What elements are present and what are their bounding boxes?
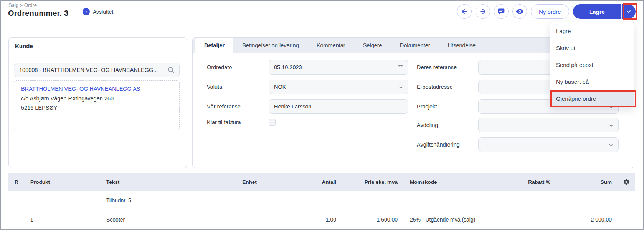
save-dropdown-menu: Lagre Skriv ut Send på epost Ny basert p… bbox=[550, 22, 634, 107]
currency-label: Valuta bbox=[207, 80, 222, 94]
cell-momskode: 25% - Utgående mva (salg) bbox=[398, 217, 518, 223]
arrow-left-icon bbox=[461, 8, 468, 15]
table-row[interactable]: Tilbudnr. 5 bbox=[8, 191, 635, 210]
customer-panel-title: Kunde bbox=[15, 43, 33, 49]
tab-kommentar[interactable]: Kommentar bbox=[308, 38, 354, 53]
customer-panel: Kunde 100008 - BRATTHOLMEN VEG- OG HAVNE… bbox=[8, 37, 187, 168]
column-header-rabatt[interactable]: Rabatt % bbox=[518, 179, 550, 185]
project-label: Prosjekt bbox=[417, 99, 437, 114]
our-reference-value: Henke Larsson bbox=[274, 103, 312, 110]
cell-produkt[interactable]: 1 bbox=[30, 217, 106, 223]
comments-button[interactable] bbox=[494, 4, 509, 19]
toolbar: Ny ordre Lagre bbox=[457, 4, 636, 19]
customer-search-input[interactable]: 100008 - BRATTHOLMEN VEG- OG HAVNEANLEGG… bbox=[14, 63, 180, 77]
save-button[interactable]: Lagre bbox=[573, 8, 621, 15]
cell-sum: 2 000,00 bbox=[550, 217, 612, 223]
ready-to-invoice-label: Klar til faktura bbox=[207, 115, 241, 130]
column-header-r[interactable]: R bbox=[8, 179, 30, 185]
our-reference-field[interactable]: Henke Larsson bbox=[269, 99, 408, 114]
department-label: Avdeling bbox=[417, 118, 438, 132]
department-select[interactable] bbox=[478, 118, 619, 132]
search-icon bbox=[167, 66, 175, 74]
tab-dokumenter[interactable]: Dokumenter bbox=[391, 38, 439, 53]
tab-betingelser-og-levering[interactable]: Betingelser og levering bbox=[233, 38, 308, 53]
menu-item-gjenapne-ordre[interactable]: Gjenåpne ordre bbox=[550, 90, 634, 107]
page-title: Ordrenummer. 3 bbox=[8, 9, 68, 18]
cell-tekst: Scooter bbox=[106, 217, 223, 223]
currency-value: NOK bbox=[274, 84, 286, 90]
order-date-value: 05.10.2023 bbox=[274, 64, 302, 70]
currency-select[interactable]: NOK bbox=[269, 80, 408, 94]
chat-bubble-icon bbox=[497, 8, 505, 15]
gear-icon bbox=[623, 178, 630, 185]
arrow-right-icon bbox=[479, 8, 487, 15]
customer-name-link[interactable]: BRATTHOLMEN VEG- OG HAVNEANLEGG AS bbox=[21, 86, 172, 92]
customer-address-line1: c/o Asbjørn Vågen Røtingavegen 260 bbox=[21, 95, 172, 102]
status-label: Avsluttet bbox=[93, 9, 113, 15]
column-header-pris[interactable]: Pris eks. mva bbox=[336, 179, 398, 185]
new-order-label: Ny ordre bbox=[539, 8, 561, 15]
info-icon: i bbox=[83, 8, 90, 15]
order-page: Salg > Ordre Ordrenummer. 3 i Avsluttet bbox=[0, 0, 644, 230]
column-header-produkt[interactable]: Produkt bbox=[30, 179, 106, 185]
menu-item-skriv-ut[interactable]: Skriv ut bbox=[550, 39, 634, 56]
cell-tekst: Tilbudnr. 5 bbox=[106, 197, 223, 203]
column-header-tekst[interactable]: Tekst bbox=[106, 179, 223, 185]
cell-antall: 1,00 bbox=[276, 217, 336, 223]
table-header-row: R Produkt Tekst Enhet Antall Pris eks. m… bbox=[8, 173, 635, 191]
vat-handling-label: Avgiftshåndtering bbox=[417, 137, 460, 152]
breadcrumb[interactable]: Salg > Ordre bbox=[8, 2, 37, 8]
column-header-enhet[interactable]: Enhet bbox=[223, 179, 276, 185]
eye-icon bbox=[515, 7, 524, 16]
calendar-icon[interactable] bbox=[397, 64, 404, 71]
table-settings-button[interactable] bbox=[623, 178, 630, 185]
column-header-momskode[interactable]: Momskode bbox=[398, 179, 518, 185]
chevron-down-icon bbox=[608, 142, 614, 148]
column-header-sum[interactable]: Sum bbox=[550, 179, 612, 185]
customer-address-card: BRATTHOLMEN VEG- OG HAVNEANLEGG AS c/o A… bbox=[14, 80, 180, 130]
save-split-button[interactable]: Lagre bbox=[573, 4, 636, 19]
their-reference-label: Deres referanse bbox=[417, 60, 457, 75]
order-lines-table: R Produkt Tekst Enhet Antall Pris eks. m… bbox=[8, 173, 635, 229]
status-badge: i Avsluttet bbox=[83, 8, 113, 15]
menu-item-label: Gjenåpne ordre bbox=[556, 95, 596, 102]
menu-item-send-pa-epost[interactable]: Send på epost bbox=[550, 56, 634, 73]
order-date-field[interactable]: 05.10.2023 bbox=[269, 60, 408, 75]
customer-search-value: 100008 - BRATTHOLMEN VEG- OG HAVNEANLEGG… bbox=[19, 67, 158, 73]
column-header-antall[interactable]: Antall bbox=[276, 179, 336, 185]
vat-handling-select[interactable] bbox=[478, 137, 619, 152]
previous-order-button[interactable] bbox=[457, 4, 472, 19]
table-row[interactable]: 1 Scooter 1,00 1 600,00 25% - Utgående m… bbox=[8, 210, 635, 229]
menu-item-lagre[interactable]: Lagre bbox=[550, 22, 634, 39]
divider bbox=[9, 55, 187, 55]
preview-button[interactable] bbox=[512, 4, 527, 19]
tab-detaljer[interactable]: Detaljer bbox=[195, 38, 233, 53]
chevron-down-icon bbox=[398, 85, 404, 90]
chevron-down-icon bbox=[626, 8, 632, 15]
tab-utsendelse[interactable]: Utsendelse bbox=[439, 38, 485, 53]
email-label: E-postadresse bbox=[417, 80, 453, 94]
cell-pris: 1 600,00 bbox=[336, 217, 398, 223]
our-reference-label: Vår referanse bbox=[207, 99, 241, 114]
order-date-label: Ordredato bbox=[207, 60, 232, 75]
next-order-button[interactable] bbox=[476, 4, 490, 19]
customer-address-line2: 5216 LEPSØY bbox=[21, 105, 172, 111]
tab-selgere[interactable]: Selgere bbox=[354, 38, 391, 53]
menu-item-ny-basert-pa[interactable]: Ny basert på bbox=[550, 73, 634, 90]
save-menu-caret-button[interactable] bbox=[622, 4, 636, 19]
new-order-button[interactable]: Ny ordre bbox=[531, 4, 569, 19]
ready-to-invoice-checkbox[interactable] bbox=[269, 119, 276, 126]
chevron-down-icon bbox=[608, 123, 614, 128]
